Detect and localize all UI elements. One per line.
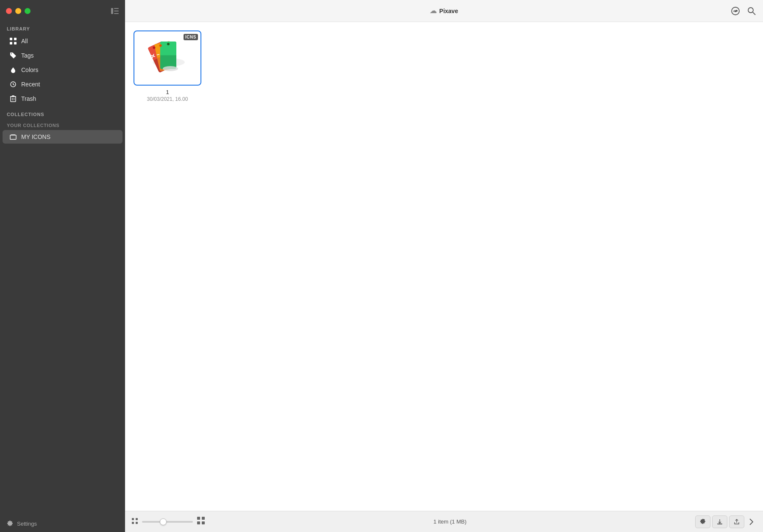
main-title: ☁ Pixave	[430, 7, 458, 15]
settings-label: Settings	[17, 521, 37, 527]
svg-rect-35	[136, 522, 138, 524]
sidebar-item-tags-label: Tags	[21, 52, 34, 59]
settings-action-button[interactable]	[695, 515, 710, 528]
svg-rect-0	[111, 8, 113, 14]
svg-point-26	[163, 66, 178, 71]
sidebar-item-recent-label: Recent	[21, 81, 40, 88]
svg-rect-38	[197, 521, 200, 524]
close-button[interactable]	[6, 8, 12, 14]
content-area[interactable]: ICNS	[125, 22, 763, 511]
icon-thumbnail[interactable]: ICNS	[134, 30, 201, 86]
size-large-icon	[197, 517, 205, 526]
maximize-button[interactable]	[25, 8, 31, 14]
library-label: LIBRARY	[0, 22, 125, 34]
next-arrow-button[interactable]	[746, 515, 756, 528]
svg-rect-9	[11, 97, 16, 102]
sidebar-item-all-label: All	[21, 38, 28, 44]
share-button[interactable]	[729, 515, 744, 528]
svg-rect-3	[114, 13, 119, 14]
sidebar-item-tags[interactable]: Tags	[3, 49, 123, 62]
minimize-button[interactable]	[15, 8, 21, 14]
svg-rect-1	[114, 8, 119, 9]
svg-rect-39	[202, 521, 205, 524]
svg-rect-32	[132, 518, 134, 520]
titlebar	[0, 0, 125, 22]
bottom-bar: 1 item (1 MB)	[125, 511, 763, 532]
main-content: ☁ Pixave ICNS	[125, 0, 763, 532]
download-button[interactable]	[712, 515, 727, 528]
drop-icon	[9, 66, 17, 74]
your-collections-label: YOUR COLLECTIONS	[0, 119, 125, 130]
sidebar: LIBRARY All Tags Colors	[0, 0, 125, 532]
svg-rect-33	[136, 518, 138, 520]
sidebar-item-trash-label: Trash	[21, 95, 36, 102]
icon-date: 30/03/2021, 16.00	[147, 96, 188, 102]
cloud-icon: ☁	[430, 7, 437, 15]
collections-label: COLLECTIONS	[0, 106, 125, 119]
svg-rect-7	[14, 42, 17, 44]
trash-icon	[9, 95, 17, 103]
svg-rect-36	[197, 517, 200, 520]
sidebar-item-recent[interactable]: Recent	[3, 78, 123, 91]
compass-button[interactable]	[731, 6, 740, 16]
svg-rect-4	[10, 38, 12, 40]
svg-point-17	[748, 8, 753, 13]
svg-rect-41	[717, 524, 722, 524]
settings-button[interactable]: Settings	[7, 520, 37, 527]
icns-badge: ICNS	[184, 34, 198, 40]
svg-rect-37	[202, 517, 205, 520]
stack-icon	[9, 133, 17, 141]
svg-rect-5	[14, 38, 17, 40]
size-slider[interactable]	[142, 521, 193, 523]
svg-rect-2	[114, 11, 119, 11]
sidebar-item-my-icons[interactable]: MY ICONS	[3, 130, 123, 144]
grid-icon	[9, 37, 17, 45]
palette-preview-icon: ✕ −	[144, 35, 191, 81]
bottom-actions	[695, 515, 756, 528]
svg-rect-12	[10, 135, 16, 139]
sidebar-item-all[interactable]: All	[3, 34, 123, 48]
icon-item[interactable]: ICNS	[134, 30, 201, 102]
tag-icon	[9, 52, 17, 59]
sidebar-bottom: Settings	[0, 515, 125, 532]
search-button[interactable]	[747, 6, 756, 16]
svg-rect-13	[11, 134, 15, 135]
sidebar-item-colors[interactable]: Colors	[3, 63, 123, 77]
header-actions	[731, 6, 756, 16]
app-title: Pixave	[439, 8, 458, 14]
svg-rect-34	[132, 522, 134, 524]
sidebar-item-colors-label: Colors	[21, 66, 38, 73]
clock-icon	[9, 80, 17, 88]
sidebar-item-trash[interactable]: Trash	[3, 92, 123, 105]
item-count: 1 item (1 MB)	[209, 518, 691, 525]
sidebar-toggle-button[interactable]	[111, 7, 119, 15]
sidebar-item-my-icons-label: MY ICONS	[21, 133, 50, 140]
size-small-icon	[132, 518, 138, 525]
svg-line-18	[753, 12, 755, 15]
svg-point-29	[167, 43, 170, 45]
svg-rect-6	[10, 42, 12, 44]
icon-name: 1	[166, 89, 169, 95]
main-header: ☁ Pixave	[125, 0, 763, 22]
